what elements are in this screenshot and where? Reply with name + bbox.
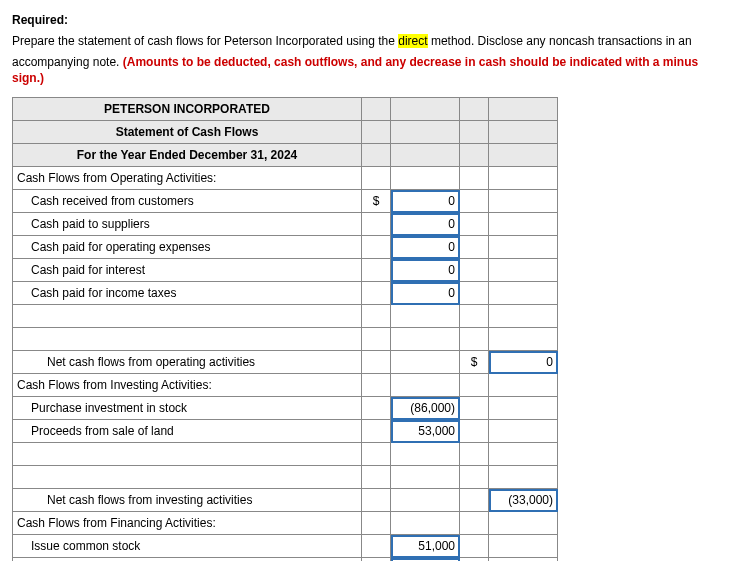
required-label: Required: (12, 13, 68, 27)
title-period: For the Year Ended December 31, 2024 (13, 144, 362, 167)
val-op4[interactable]: 0 (391, 259, 460, 282)
instr-text-2a: accompanying note. (12, 55, 123, 69)
row-blank[interactable] (13, 305, 362, 328)
val-inv2[interactable]: 53,000 (391, 420, 460, 443)
row-op2[interactable]: Cash paid to suppliers (13, 213, 362, 236)
row-inv2[interactable]: Proceeds from sale of land (13, 420, 362, 443)
val-fin1[interactable]: 51,000 (391, 535, 460, 558)
val-inv1[interactable]: (86,000) (391, 397, 460, 420)
row-op-header[interactable]: Cash Flows from Operating Activities: (13, 167, 362, 190)
val-op5[interactable]: 0 (391, 282, 460, 305)
title-company: PETERSON INCORPORATED (13, 98, 362, 121)
cash-flow-table: PETERSON INCORPORATED Statement of Cash … (12, 97, 558, 561)
row-inv-net[interactable]: Net cash flows from investing activities (13, 489, 362, 512)
val-op1[interactable]: 0 (391, 190, 460, 213)
row-blank[interactable] (13, 443, 362, 466)
row-op4[interactable]: Cash paid for interest (13, 259, 362, 282)
row-op-net[interactable]: Net cash flows from operating activities (13, 351, 362, 374)
row-fin-header[interactable]: Cash Flows from Financing Activities: (13, 512, 362, 535)
row-inv-header[interactable]: Cash Flows from Investing Activities: (13, 374, 362, 397)
title-statement: Statement of Cash Flows (13, 121, 362, 144)
row-inv1[interactable]: Purchase investment in stock (13, 397, 362, 420)
instr-highlight: direct (398, 34, 427, 48)
sym-opnet: $ (460, 351, 489, 374)
row-op5[interactable]: Cash paid for income taxes (13, 282, 362, 305)
row-op1[interactable]: Cash received from customers (13, 190, 362, 213)
instructions-block: Required: Prepare the statement of cash … (12, 12, 725, 87)
val-op-net[interactable]: 0 (489, 351, 558, 374)
val-inv-net[interactable]: (33,000) (489, 489, 558, 512)
instr-text-1a: Prepare the statement of cash flows for … (12, 34, 398, 48)
row-blank[interactable] (13, 328, 362, 351)
val-op3[interactable]: 0 (391, 236, 460, 259)
row-blank[interactable] (13, 466, 362, 489)
val-op2[interactable]: 0 (391, 213, 460, 236)
row-fin1[interactable]: Issue common stock (13, 535, 362, 558)
sym-op1: $ (362, 190, 391, 213)
row-op3[interactable]: Cash paid for operating expenses (13, 236, 362, 259)
instr-text-1b: method. Disclose any noncash transaction… (428, 34, 692, 48)
